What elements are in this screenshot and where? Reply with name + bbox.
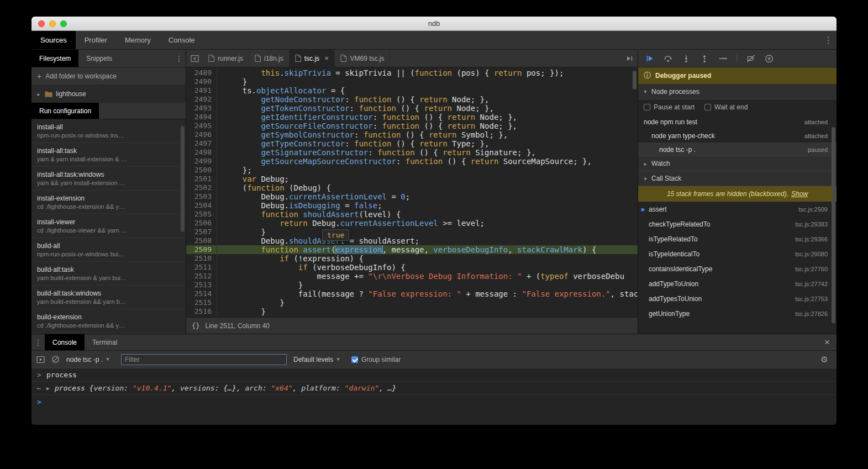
process-checkbox[interactable]: Wait at end [704, 103, 748, 111]
watch-section-header[interactable]: ▸ Watch [638, 156, 837, 171]
step-button[interactable] [718, 54, 727, 63]
workspace-folder-item[interactable]: ▸ lighthouse [31, 85, 186, 103]
node-processes-section-header[interactable]: ▾ Node processes [638, 84, 837, 99]
code-line[interactable]: 2510 if (!expression) { [186, 254, 638, 263]
editor-tab[interactable]: i18n.js [249, 50, 290, 67]
deactivate-breakpoints-button[interactable] [746, 54, 755, 63]
add-folder-button[interactable]: + Add folder to workspace [31, 67, 186, 85]
code-line[interactable]: 2500 }; [186, 166, 638, 175]
call-stack-frame[interactable]: containsIdenticalTypetsc.js:27760 [638, 261, 837, 276]
sidebar-tab-snippets[interactable]: Snippets [78, 50, 120, 67]
show-blackboxed-link[interactable]: Show [791, 190, 808, 198]
run-config-item[interactable]: install-extensioncd ./lighthouse-extensi… [31, 191, 186, 214]
line-number[interactable]: 2498 [186, 148, 217, 157]
node-process-row[interactable]: node npm run testattached [638, 115, 837, 129]
code-line[interactable]: 2491 ts.objectAllocator = { [186, 86, 638, 95]
editor-tab[interactable]: VM69 tsc.js [335, 50, 390, 67]
code-line[interactable]: 2497 getTypeConstructor: function () { r… [186, 139, 638, 148]
code-line[interactable]: 2496 getSymbolConstructor: function () {… [186, 130, 638, 139]
code-line[interactable]: 2492 getNodeConstructor: function () { r… [186, 95, 638, 104]
group-similar-checkbox[interactable]: Group similar [351, 356, 401, 363]
run-config-item[interactable]: install-allnpm-run-posix-or-windows ins… [31, 119, 186, 143]
step-out-button[interactable] [700, 54, 709, 63]
code-line[interactable]: 2495 getSourceFileConstructor: function … [186, 122, 638, 130]
step-over-button[interactable] [664, 54, 672, 63]
line-number[interactable]: 2499 [186, 157, 217, 166]
top-nav-tab-sources[interactable]: Sources [31, 31, 76, 49]
expand-triangle-icon[interactable]: ▶ [46, 386, 55, 391]
clear-console-icon[interactable] [51, 355, 60, 363]
expand-arrow-icon[interactable]: ▸ [36, 91, 41, 97]
step-into-button[interactable] [682, 54, 691, 63]
code-line[interactable]: 2513 } [186, 281, 638, 289]
line-number[interactable]: 2513 [186, 281, 217, 289]
zoom-window-button[interactable] [60, 20, 67, 27]
call-stack-frame[interactable]: isTypeIdenticalTotsc.js:29080 [638, 246, 837, 261]
node-process-row[interactable]: node tsc -p .paused [638, 143, 837, 156]
code-line[interactable]: 2490 } [186, 77, 638, 86]
pause-on-exceptions-button[interactable] [765, 54, 774, 63]
code-line[interactable]: 2502 (function (Debug) { [186, 183, 638, 192]
call-stack-section-header[interactable]: ▾ Call Stack [638, 171, 837, 186]
code-line[interactable]: 2493 getTokenConstructor: function () { … [186, 104, 638, 113]
close-tab-icon[interactable]: ✕ [324, 55, 329, 61]
pretty-print-icon[interactable]: {} [192, 322, 199, 330]
code-line[interactable]: 2512 message += "\r\nVerbose Debug Infor… [186, 272, 638, 281]
top-nav-tab-profiler[interactable]: Profiler [76, 31, 116, 49]
code-editor[interactable]: 2489 this.skipTrivia = skipTrivia || (fu… [186, 67, 638, 317]
close-window-button[interactable] [38, 20, 45, 27]
code-line[interactable]: 2515 } [186, 298, 638, 307]
sidebar-scrollbar[interactable] [181, 126, 185, 232]
sidebar-menu-icon[interactable]: ⋮ [172, 50, 186, 67]
show-console-sidebar-icon[interactable] [36, 356, 45, 363]
line-number[interactable]: 2517 [186, 316, 217, 317]
run-configuration-tab[interactable]: Run configuration [31, 103, 99, 119]
line-number[interactable]: 2512 [186, 272, 217, 281]
call-stack-frame[interactable]: addTypeToUniontsc.js:27742 [638, 276, 837, 291]
line-number[interactable]: 2511 [186, 263, 217, 272]
call-stack-frame[interactable]: getUnionTypetsc.js:27826 [638, 306, 837, 321]
line-number[interactable]: 2516 [186, 307, 217, 316]
line-number[interactable]: 2504 [186, 201, 217, 210]
sidebar-tab-filesystem[interactable]: Filesystem [31, 50, 78, 67]
run-config-item[interactable]: install-all:taskyarn & yarn install-exte… [31, 143, 186, 167]
filter-input[interactable] [121, 354, 287, 365]
run-config-item[interactable]: install-all:task:windowsyarn && yarn ins… [31, 167, 186, 191]
checkbox-icon[interactable] [704, 104, 711, 110]
top-nav-tab-memory[interactable]: Memory [116, 31, 160, 49]
code-line[interactable]: 2501 var Debug; [186, 175, 638, 183]
line-number[interactable]: 2508 [186, 236, 217, 245]
line-number[interactable]: 2494 [186, 113, 217, 122]
line-number[interactable]: 2506 [186, 219, 217, 228]
line-number[interactable]: 2515 [186, 298, 217, 307]
log-level-selector[interactable]: Default levels ▼ [293, 356, 340, 363]
line-number[interactable]: 2507 [186, 228, 217, 236]
line-number[interactable]: 2510 [186, 254, 217, 263]
tab-overflow-icon[interactable] [621, 50, 638, 67]
editor-tab[interactable]: runner.js [203, 50, 249, 67]
code-line[interactable]: 2509 function assert(expression, message… [186, 245, 638, 254]
editor-tab[interactable]: tsc.js✕ [290, 50, 335, 67]
run-config-item[interactable]: build-extensioncd ./lighthouse-extension… [31, 309, 186, 333]
code-line[interactable]: 2511 if (verboseDebugInfo) { [186, 263, 638, 272]
top-nav-tab-console[interactable]: Console [160, 31, 204, 49]
call-stack-frame[interactable]: ▶asserttsc.js:2509 [638, 202, 837, 217]
drawer-menu-icon[interactable]: ⋮ [31, 334, 45, 350]
code-line[interactable]: 2516 } [186, 307, 638, 316]
checkbox-icon[interactable] [351, 356, 358, 363]
console-tab-console[interactable]: Console [45, 334, 85, 350]
code-line[interactable]: 2503 Debug.currentAssertionLevel = 0; [186, 192, 638, 201]
toggle-navigator-icon[interactable] [186, 50, 203, 67]
main-menu-icon[interactable]: ⋮ [820, 31, 837, 49]
minimize-window-button[interactable] [49, 20, 56, 27]
line-number[interactable]: 2505 [186, 210, 217, 219]
line-number[interactable]: 2492 [186, 95, 217, 104]
code-line[interactable]: 2489 this.skipTrivia = skipTrivia || (fu… [186, 68, 638, 77]
code-line[interactable]: 2517 Debug.assert = assert; [186, 316, 638, 317]
call-stack-frame[interactable]: checkTypeRelatedTotsc.js:29383 [638, 217, 837, 231]
line-number[interactable]: 2497 [186, 139, 217, 148]
line-number[interactable]: 2490 [186, 77, 217, 86]
console-settings-icon[interactable]: ⚙ [817, 355, 832, 365]
process-checkbox[interactable]: Pause at start [644, 103, 695, 111]
line-number[interactable]: 2496 [186, 130, 217, 139]
